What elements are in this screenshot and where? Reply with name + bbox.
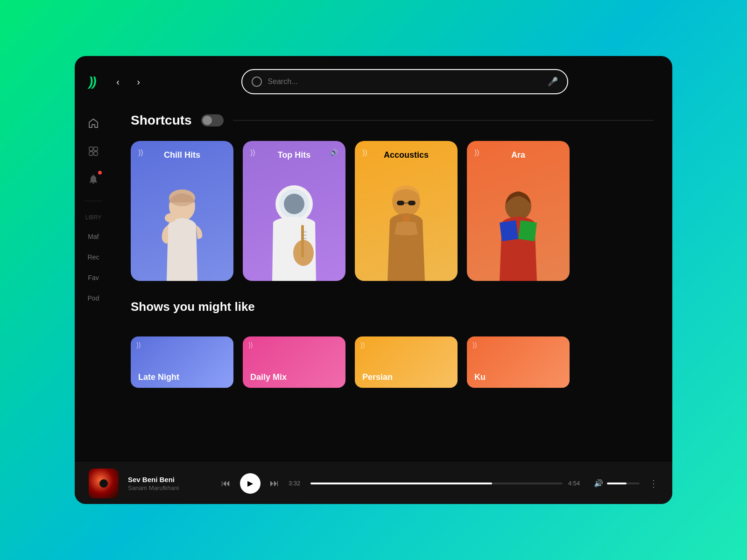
player-album-art bbox=[89, 469, 119, 498]
chill-person bbox=[131, 178, 233, 281]
card-music-icon-chill: )) bbox=[138, 148, 143, 157]
card-chill-hits[interactable]: )) Chill Hits bbox=[131, 141, 233, 281]
card-title-acoustics: Accoustics bbox=[384, 150, 429, 160]
show-card-ku[interactable]: )) Ku bbox=[467, 336, 570, 388]
shortcuts-header: Shortcuts bbox=[131, 113, 654, 128]
player-progress: 3:32 4:54 bbox=[289, 480, 585, 487]
sidebar-icon-notifications[interactable] bbox=[83, 169, 104, 189]
show-card-label-daily: Daily Mix bbox=[250, 372, 287, 382]
mic-icon[interactable]: 🎤 bbox=[548, 77, 558, 87]
search-bar: 🎤 bbox=[241, 69, 568, 94]
back-button[interactable]: ‹ bbox=[110, 73, 127, 90]
play-button[interactable]: ▶ bbox=[240, 473, 261, 494]
card-title-top: Top Hits bbox=[278, 150, 311, 160]
card-music-icon-top: )) bbox=[250, 148, 255, 157]
volume-fill bbox=[607, 483, 627, 484]
arabic-person bbox=[467, 178, 570, 281]
svg-rect-2 bbox=[89, 152, 93, 155]
player-bar: Sev Beni Beni Sanam Marufkhani ⏮ ▶ ⏭ 3:3… bbox=[75, 462, 672, 504]
svg-rect-18 bbox=[397, 201, 404, 205]
show-card-daily-mix[interactable]: )) Daily Mix bbox=[243, 336, 345, 388]
sidebar-item-maf[interactable]: Maf bbox=[88, 230, 99, 243]
show-card-icon-ku: )) bbox=[472, 341, 477, 349]
prev-button[interactable]: ⏮ bbox=[221, 478, 231, 489]
volume-icon: 🔊 bbox=[594, 479, 603, 488]
show-card-late-night[interactable]: )) Late Night bbox=[131, 336, 233, 388]
card-volume-icon: 🔊 bbox=[330, 148, 338, 156]
shows-header: Shows you might like bbox=[131, 300, 654, 323]
card-acoustics[interactable]: )) Accoustics bbox=[355, 141, 458, 281]
show-card-persian[interactable]: )) Persian bbox=[355, 336, 458, 388]
svg-rect-1 bbox=[94, 147, 98, 151]
card-title-arabic: Ara bbox=[511, 150, 525, 160]
nav-arrows: ‹ › bbox=[110, 73, 147, 90]
svg-rect-15 bbox=[282, 267, 294, 281]
sidebar-divider bbox=[84, 201, 103, 201]
card-music-icon-arabic: )) bbox=[474, 148, 479, 157]
player-artist-name: Sanam Marufkhani bbox=[128, 484, 212, 491]
svg-rect-19 bbox=[408, 201, 416, 205]
sidebar-item-fav[interactable]: Fav bbox=[88, 271, 99, 284]
section-line bbox=[233, 120, 654, 121]
svg-rect-21 bbox=[403, 215, 409, 222]
main-layout: LIBRY Maf Rec Fav Pod Shortcuts )) Chill… bbox=[75, 104, 672, 462]
search-icon bbox=[252, 77, 262, 87]
shows-cards-row: )) Late Night )) Daily Mix )) Persian ))… bbox=[131, 336, 654, 388]
shortcuts-cards-row: )) Chill Hits bbox=[131, 141, 654, 281]
acoustics-person bbox=[355, 178, 458, 281]
shows-title: Shows you might like bbox=[131, 300, 255, 314]
card-top-hits[interactable]: )) 🔊 Top Hits bbox=[243, 141, 345, 281]
shortcuts-toggle[interactable] bbox=[201, 114, 224, 126]
progress-track[interactable] bbox=[310, 483, 563, 484]
sidebar-item-rec[interactable]: Rec bbox=[88, 251, 99, 264]
show-card-label-late: Late Night bbox=[138, 372, 179, 382]
more-options-button[interactable]: ⋮ bbox=[649, 478, 658, 489]
logo-icon: )) bbox=[89, 74, 96, 89]
sidebar-icon-home[interactable] bbox=[83, 113, 104, 133]
card-arabic[interactable]: )) Ara bbox=[467, 141, 570, 281]
svg-point-6 bbox=[165, 213, 176, 223]
top-person bbox=[243, 178, 345, 281]
show-card-icon-persian: )) bbox=[360, 341, 365, 349]
svg-point-9 bbox=[284, 194, 304, 214]
sidebar-item-pod[interactable]: Pod bbox=[88, 292, 99, 305]
card-title-chill: Chill Hits bbox=[164, 150, 200, 160]
show-card-icon-late: )) bbox=[136, 341, 141, 349]
notification-badge bbox=[98, 171, 102, 175]
next-button[interactable]: ⏭ bbox=[270, 478, 279, 489]
show-card-icon-daily: )) bbox=[248, 341, 253, 349]
shortcuts-title: Shortcuts bbox=[131, 113, 192, 128]
progress-fill bbox=[310, 483, 492, 484]
current-time: 3:32 bbox=[289, 480, 305, 487]
content-area: Shortcuts )) Chill Hits bbox=[112, 104, 672, 462]
sidebar: LIBRY Maf Rec Fav Pod bbox=[75, 104, 112, 462]
svg-rect-0 bbox=[89, 147, 93, 151]
library-label: LIBRY bbox=[85, 212, 101, 223]
volume-control: 🔊 bbox=[594, 479, 640, 488]
forward-button[interactable]: › bbox=[130, 73, 147, 90]
total-time: 4:54 bbox=[568, 480, 585, 487]
player-info: Sev Beni Beni Sanam Marufkhani bbox=[128, 476, 212, 491]
card-music-icon-acoustics: )) bbox=[362, 148, 367, 157]
show-card-label-ku: Ku bbox=[474, 372, 486, 382]
svg-rect-11 bbox=[301, 225, 304, 258]
top-bar: )) ‹ › 🎤 bbox=[75, 56, 672, 104]
sidebar-icon-browse[interactable] bbox=[83, 141, 104, 161]
player-track-name: Sev Beni Beni bbox=[128, 476, 212, 483]
svg-rect-16 bbox=[295, 267, 307, 281]
search-input[interactable] bbox=[268, 77, 542, 86]
app-window: )) ‹ › 🎤 bbox=[75, 56, 672, 504]
svg-rect-3 bbox=[94, 152, 98, 155]
show-card-label-persian: Persian bbox=[362, 372, 393, 382]
volume-bar[interactable] bbox=[607, 483, 640, 484]
player-controls: ⏮ ▶ ⏭ bbox=[221, 473, 279, 494]
